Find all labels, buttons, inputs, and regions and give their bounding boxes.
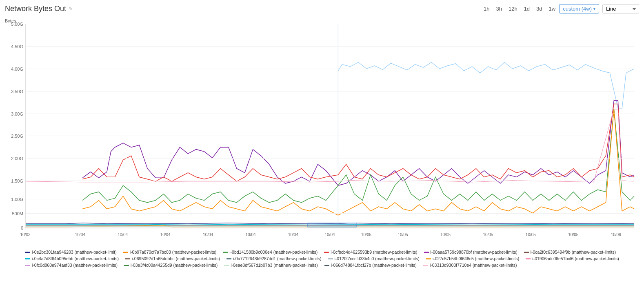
chart-type-select[interactable]: Line Area Bar: [602, 4, 639, 13]
y-tick-300g: 3.00G: [11, 112, 23, 116]
grid-line-350g: 3.50G: [26, 91, 634, 92]
legend-text-10: i-0120f7cccfd33b4c0 (matthew-packet-limi…: [335, 256, 420, 261]
legend-color-10: [328, 258, 333, 259]
time-btn-1w[interactable]: 1w: [546, 4, 559, 13]
dropdown-arrow-icon: ▾: [593, 7, 595, 11]
legend-text-5: i-00aaa5759c98870bf (matthew-packet-limi…: [431, 250, 517, 255]
legend-item-12: i-01906adc06e51bcf6 (matthew-packet-limi…: [526, 256, 619, 261]
line-pink: [26, 109, 634, 182]
chart-svg: [26, 24, 634, 228]
zoom-selection: [308, 223, 356, 227]
legend-color-6: [524, 252, 529, 253]
y-tick-450g: 4.50G: [11, 44, 23, 49]
legend-text-9: i-0a7712648b9287dd1 (matthew-packet-limi…: [233, 256, 322, 261]
legend-color-7: [25, 258, 30, 259]
y-tick-500m: 500M: [12, 211, 23, 216]
legend-color-5: [424, 252, 429, 253]
legend-text-3: i-0bd141580b9c000e4 (matthew-packet-limi…: [229, 250, 318, 255]
line-green: [82, 109, 634, 203]
legend-color-13: [25, 265, 30, 266]
legend-text-16: i-066d748841fbcf27b (matthew-packet-limi…: [331, 263, 417, 268]
x-label-10: 10/05: [440, 232, 451, 237]
time-btn-3h[interactable]: 3h: [493, 4, 504, 13]
x-label-3: 10/04: [160, 232, 171, 237]
legend-item-6: i-0ca2f0c6395494f9b (matthew-packet-limi…: [524, 250, 616, 255]
legend-color-8: [125, 258, 130, 259]
legend-color-9: [227, 258, 231, 259]
x-label-2: 10/04: [118, 232, 128, 237]
chart-legend: i-0e2bc301faa946203 (matthew-packet-limi…: [5, 248, 639, 270]
x-label-0: 10/03: [20, 232, 30, 237]
grid-line-400g: 4.00G: [26, 69, 634, 69]
legend-item-16: i-066d748841fbcf27b (matthew-packet-limi…: [324, 263, 417, 268]
widget-container: Network Bytes Out ✎ 1h 3h 12h 1d 3d 1w c…: [0, 0, 644, 297]
legend-color-3: [223, 252, 228, 253]
legend-item-17: i-03313d9303f7710e4 (matthew-packet-limi…: [423, 263, 517, 268]
grid-line-250g: 2.50G: [26, 136, 634, 136]
x-label-13: 10/05: [568, 232, 578, 237]
x-label-5: 10/04: [246, 232, 256, 237]
legend-color-1: [25, 252, 30, 253]
legend-item-9: i-0a7712648b9287dd1 (matthew-packet-limi…: [227, 256, 322, 261]
legend-text-12: i-01906adc06e51bcf6 (matthew-packet-limi…: [532, 256, 619, 261]
y-tick-500g: 5.00G: [11, 22, 23, 27]
legend-item-8: i-0695092d1a65ddbbc (matthew-packet-limi…: [125, 256, 220, 261]
edit-icon[interactable]: ✎: [69, 6, 73, 12]
legend-color-15: [224, 265, 229, 266]
legend-color-17: [423, 265, 428, 266]
x-label-8: 10/05: [361, 232, 371, 237]
y-tick-350g: 3.50G: [11, 89, 23, 94]
custom-time-dropdown[interactable]: custom (4w) ▾: [559, 4, 599, 13]
legend-item-7: i-0c4a2d8f64b095ebb (matthew-packet-limi…: [25, 256, 119, 261]
legend-item-13: i-0fc0d860e974aef33 (matthew-packet-limi…: [25, 263, 118, 268]
legend-color-12: [526, 258, 531, 259]
grid-line-450g: 4.50G: [26, 46, 634, 47]
time-btn-12h[interactable]: 12h: [506, 4, 520, 13]
x-label-9: 10/05: [398, 232, 408, 237]
legend-item-3: i-0bd141580b9c000e4 (matthew-packet-limi…: [223, 250, 318, 255]
time-btn-3d[interactable]: 3d: [533, 4, 545, 13]
legend-item-5: i-00aaa5759c98870bf (matthew-packet-limi…: [424, 250, 517, 255]
time-range-buttons: 1h 3h 12h 1d 3d 1w custom (4w) ▾: [481, 4, 599, 13]
x-label-1: 10/04: [75, 232, 85, 237]
legend-item-14: i-03e3f4c00a44255d9 (matthew-packet-limi…: [124, 263, 218, 268]
y-tick-400g: 4.00G: [11, 67, 23, 71]
legend-text-1: i-0e2bc301faa946203 (matthew-packet-limi…: [32, 250, 117, 255]
y-tick-0: 0: [21, 226, 23, 230]
chart-inner: 5.00G 4.50G 4.00G 3.50G 3.00G 2.50G 2.00…: [25, 24, 634, 228]
x-label-12: 10/05: [526, 232, 536, 237]
chart-area: Bytes 5.00G 4.50G 4.00G 3.50G 3.00G 2.50…: [5, 16, 639, 245]
widget-title: Network Bytes Out: [5, 4, 66, 13]
grid-line-300g: 3.00G: [26, 114, 634, 114]
grid-line-200g: 2.00G: [26, 158, 634, 159]
x-label-6: 10/04: [288, 232, 298, 237]
legend-text-8: i-0695092d1a65ddbbc (matthew-packet-limi…: [132, 256, 220, 261]
legend-color-4: [324, 252, 329, 253]
time-btn-1h[interactable]: 1h: [481, 4, 492, 13]
y-tick-150g: 1.50G: [11, 179, 23, 183]
legend-item-10: i-0120f7cccfd33b4c0 (matthew-packet-limi…: [328, 256, 420, 261]
legend-item-4: i-0cfbcb4d4625593b9 (matthew-packet-limi…: [324, 250, 417, 255]
legend-item-1: i-0e2bc301faa946203 (matthew-packet-limi…: [25, 250, 117, 255]
legend-item-11: i-027c57b54b0f648c5 (matthew-packet-limi…: [426, 256, 519, 261]
custom-label: custom (4w): [563, 6, 592, 12]
x-label-11: 10/05: [483, 232, 493, 237]
y-tick-250g: 2.50G: [11, 134, 23, 138]
legend-item-2: i-0b97a870cf7a7bc03 (matthew-packet-limi…: [123, 250, 216, 255]
time-btn-1d[interactable]: 1d: [521, 4, 533, 13]
legend-text-13: i-0fc0d860e974aef33 (matthew-packet-limi…: [32, 263, 118, 268]
legend-text-2: i-0b97a870cf7a7bc03 (matthew-packet-limi…: [130, 250, 216, 255]
legend-color-16: [324, 265, 329, 266]
legend-text-11: i-027c57b54b0f648c5 (matthew-packet-limi…: [433, 256, 519, 261]
legend-text-17: i-03313d9303f7710e4 (matthew-packet-limi…: [430, 263, 517, 268]
legend-text-6: i-0ca2f0c6395494f9b (matthew-packet-limi…: [531, 250, 616, 255]
controls-area: 1h 3h 12h 1d 3d 1w custom (4w) ▾ Line Ar…: [481, 4, 639, 13]
legend-item-15: i-0eae8df567d1b07b3 (matthew-packet-limi…: [224, 263, 318, 268]
legend-text-4: i-0cfbcb4d4625593b9 (matthew-packet-limi…: [331, 250, 417, 255]
grid-line-0: 0: [26, 228, 634, 228]
x-label-7: 10/04: [324, 232, 335, 237]
y-tick-200g: 2.00G: [11, 156, 23, 161]
legend-color-2: [123, 252, 128, 253]
y-tick-100g: 1.00G: [11, 197, 23, 202]
legend-color-11: [426, 258, 431, 259]
